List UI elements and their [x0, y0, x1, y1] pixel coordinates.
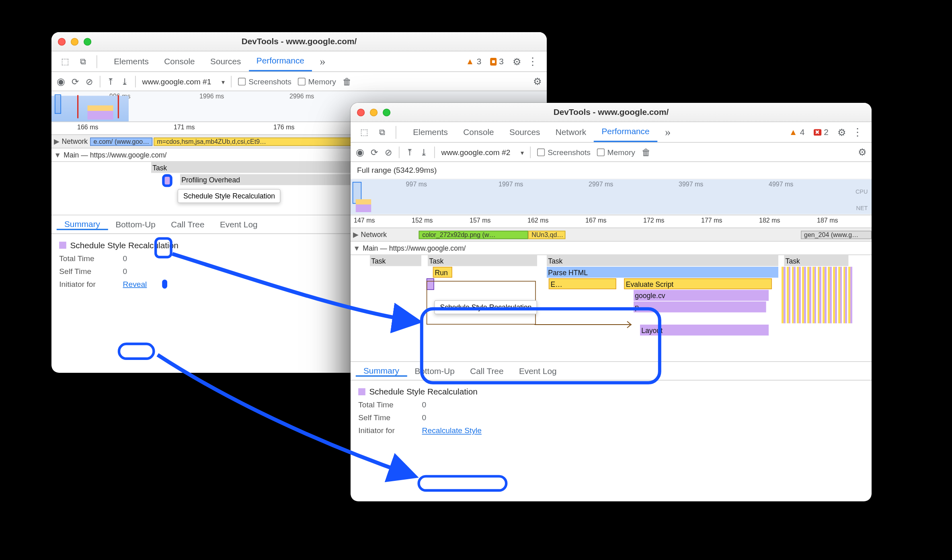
tab-summary[interactable]: Summary [57, 219, 108, 230]
tab-console[interactable]: Console [156, 51, 203, 72]
device-icon[interactable]: ⧉ [374, 124, 391, 141]
tabs-overflow[interactable] [657, 122, 679, 142]
tab-sources[interactable]: Sources [203, 51, 249, 72]
detail-tabs: Summary Bottom-Up Call Tree Event Log [351, 361, 872, 380]
perf-gear-icon[interactable] [858, 146, 866, 158]
target-select[interactable]: www.google.com #2 [441, 147, 524, 156]
titlebar: DevTools - www.google.com/ [51, 32, 547, 51]
memory-checkbox[interactable]: Memory [298, 77, 336, 86]
warnings-badge[interactable]: ▲3 [466, 57, 484, 66]
record-button[interactable] [57, 76, 65, 87]
summary-panel: Schedule Style Recalculation Total Time0… [351, 380, 872, 441]
maximize-icon[interactable] [383, 108, 390, 116]
download-icon[interactable]: ⤓ [420, 147, 428, 157]
tab-eventlog[interactable]: Event Log [511, 366, 564, 376]
gc-icon[interactable]: 🗑 [343, 76, 351, 87]
event-title: Schedule Style Recalculation [358, 387, 864, 396]
minimize-icon[interactable] [71, 38, 78, 45]
download-icon[interactable]: ⤓ [121, 76, 129, 87]
perf-toolbar: ⟳ ⊘ ⤒ ⤓ www.google.com #1 Screenshots Me… [51, 72, 547, 91]
screenshots-checkbox[interactable]: Screenshots [538, 147, 591, 156]
kebab-icon[interactable] [527, 55, 538, 67]
main-track-header[interactable]: ▼Main — https://www.google.com/ [351, 242, 872, 255]
reload-button[interactable]: ⟳ [371, 147, 378, 157]
tab-calltree[interactable]: Call Tree [462, 366, 511, 376]
device-icon[interactable]: ⧉ [75, 53, 92, 70]
tab-performance[interactable]: Performance [249, 51, 312, 72]
tab-elements[interactable]: Elements [405, 122, 455, 142]
tab-network[interactable]: Network [548, 122, 594, 142]
devtools-window-after: DevTools - www.google.com/ ⬚ ⧉ Elements … [351, 103, 872, 501]
overview-minimap[interactable]: 997 ms 1997 ms 2997 ms 3997 ms 4997 ms C… [351, 179, 872, 215]
tab-sources[interactable]: Sources [502, 122, 548, 142]
minimize-icon[interactable] [370, 108, 378, 116]
gc-icon[interactable]: 🗑 [642, 147, 650, 157]
target-select[interactable]: www.google.com #1 [142, 77, 225, 86]
event-swatch-icon [358, 388, 365, 395]
flame-tooltip: Schedule Style Recalculation [178, 189, 281, 203]
main-tabbar: ⬚ ⧉ Elements Console Sources Performance… [51, 51, 547, 72]
network-track-header[interactable]: ▶Network color_272x92dp.png (w… NUn3,qd…… [351, 228, 872, 242]
upload-icon[interactable]: ⤒ [107, 76, 115, 87]
memory-checkbox[interactable]: Memory [597, 147, 635, 156]
flame-tooltip: Schedule Style Recalculation [434, 300, 538, 314]
tab-summary[interactable]: Summary [356, 366, 407, 376]
window-title: DevTools - www.google.com/ [351, 107, 872, 117]
window-title: DevTools - www.google.com/ [51, 37, 547, 46]
selected-event[interactable] [162, 174, 172, 187]
maximize-icon[interactable] [84, 38, 91, 45]
recalculate-style-link[interactable]: Recalculate Style [422, 426, 482, 435]
tab-performance[interactable]: Performance [594, 122, 657, 142]
close-icon[interactable] [58, 38, 66, 45]
issues-badge[interactable]: ■3 [490, 57, 506, 66]
tab-bottomup[interactable]: Bottom-Up [108, 219, 163, 229]
tab-eventlog[interactable]: Event Log [212, 219, 265, 229]
clear-button[interactable]: ⊘ [385, 147, 392, 157]
time-ruler[interactable]: 147 ms 152 ms 157 ms 162 ms 167 ms 172 m… [351, 215, 872, 228]
perf-toolbar: ⟳ ⊘ ⤒ ⤓ www.google.com #2 Screenshots Me… [351, 143, 872, 162]
tab-elements[interactable]: Elements [106, 51, 156, 72]
tabs-overflow[interactable] [312, 51, 333, 72]
reveal-link[interactable]: Reveal [123, 280, 147, 288]
upload-icon[interactable]: ⤒ [406, 147, 414, 157]
gear-icon[interactable] [513, 55, 521, 67]
gear-icon[interactable] [837, 126, 846, 138]
errors-badge[interactable]: ✖2 [814, 127, 831, 137]
event-swatch-icon [59, 242, 66, 249]
tab-calltree[interactable]: Call Tree [163, 219, 212, 229]
tab-console[interactable]: Console [455, 122, 502, 142]
close-icon[interactable] [357, 108, 365, 116]
clear-button[interactable]: ⊘ [86, 76, 93, 87]
kebab-icon[interactable] [852, 126, 863, 138]
screenshots-checkbox[interactable]: Screenshots [238, 77, 291, 86]
tab-bottomup[interactable]: Bottom-Up [407, 366, 462, 376]
record-button[interactable] [356, 146, 364, 158]
range-label: Full range (5342.99ms) [351, 162, 872, 179]
perf-gear-icon[interactable] [533, 76, 542, 87]
inspect-icon[interactable]: ⬚ [356, 124, 373, 141]
titlebar: DevTools - www.google.com/ [351, 103, 872, 122]
main-tabbar: ⬚ ⧉ Elements Console Sources Network Per… [351, 122, 872, 143]
flame-chart[interactable]: Task Task Task Task Run Parse HTML E… Ev… [351, 255, 872, 361]
inspect-icon[interactable]: ⬚ [57, 53, 74, 70]
warnings-badge[interactable]: ▲4 [789, 127, 807, 137]
reload-button[interactable]: ⟳ [72, 76, 79, 87]
